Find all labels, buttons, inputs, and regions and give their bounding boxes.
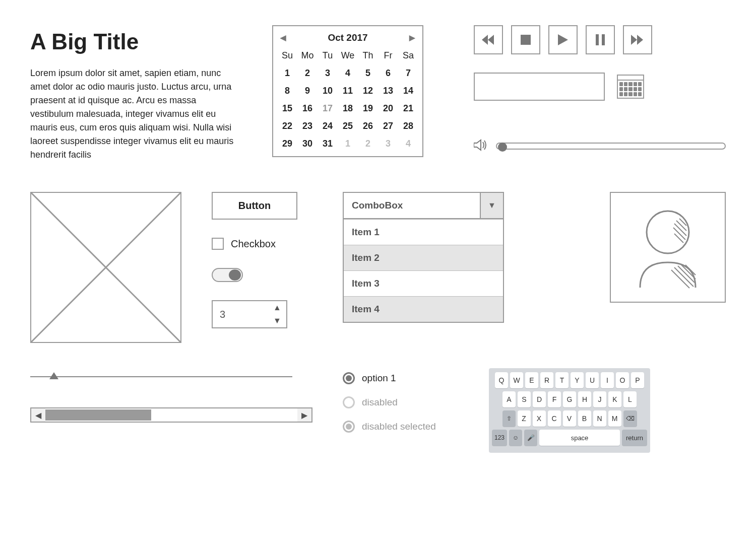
key-numbers[interactable]: 123: [492, 430, 507, 446]
calendar-day[interactable]: 2: [358, 135, 378, 152]
calendar-day[interactable]: 26: [358, 118, 378, 134]
list-item[interactable]: Item 2: [344, 245, 503, 270]
key-space[interactable]: space: [539, 430, 620, 446]
stepper-value[interactable]: 3: [213, 301, 268, 327]
play-button[interactable]: [548, 25, 578, 54]
stepper-up-icon[interactable]: ▲: [268, 301, 286, 314]
date-picker-icon[interactable]: [617, 75, 644, 99]
button[interactable]: Button: [212, 192, 297, 220]
key-c[interactable]: C: [548, 410, 561, 427]
calendar-day[interactable]: 24: [318, 118, 338, 134]
calendar-day[interactable]: 4: [398, 135, 418, 152]
key-j[interactable]: J: [593, 391, 606, 407]
stop-button[interactable]: [511, 25, 540, 54]
key-b[interactable]: B: [578, 410, 591, 427]
key-p[interactable]: P: [631, 372, 644, 388]
key-r[interactable]: R: [540, 372, 553, 388]
key-z[interactable]: Z: [518, 410, 531, 427]
calendar-day[interactable]: 10: [318, 83, 338, 99]
rewind-button[interactable]: [474, 25, 503, 54]
numeric-stepper[interactable]: 3 ▲ ▼: [212, 300, 287, 328]
calendar-day[interactable]: 20: [378, 100, 398, 117]
slider-thumb[interactable]: [49, 372, 58, 379]
stepper-down-icon[interactable]: ▼: [268, 314, 286, 327]
volume-thumb[interactable]: [498, 143, 507, 152]
key-l[interactable]: L: [623, 391, 637, 407]
calendar-day[interactable]: 2: [297, 65, 318, 82]
calendar-day[interactable]: 11: [338, 83, 358, 99]
key-e[interactable]: E: [525, 372, 538, 388]
key-a[interactable]: A: [502, 391, 516, 407]
key-h[interactable]: H: [578, 391, 591, 407]
calendar-prev-icon[interactable]: ◀: [280, 33, 286, 42]
calendar-day[interactable]: 14: [398, 83, 418, 99]
calendar-day[interactable]: 17: [318, 100, 338, 117]
calendar-day[interactable]: 6: [378, 65, 398, 82]
calendar-day[interactable]: 30: [297, 135, 318, 152]
key-o[interactable]: O: [616, 372, 629, 388]
calendar-day[interactable]: 15: [277, 100, 297, 117]
pause-button[interactable]: [586, 25, 615, 54]
key-n[interactable]: N: [593, 410, 606, 427]
calendar-day[interactable]: 21: [398, 100, 418, 117]
calendar-next-icon[interactable]: ▶: [409, 33, 415, 42]
key-v[interactable]: V: [563, 410, 576, 427]
key-shift-icon[interactable]: ⇧: [502, 410, 516, 427]
key-u[interactable]: U: [586, 372, 599, 388]
combobox[interactable]: ComboBox ▼: [343, 192, 504, 219]
horizontal-scrollbar[interactable]: ◀ ▶: [30, 407, 312, 423]
calendar-day[interactable]: 22: [277, 118, 297, 134]
key-i[interactable]: I: [601, 372, 614, 388]
fast-forward-button[interactable]: [623, 25, 652, 54]
toggle-switch[interactable]: [212, 268, 243, 282]
calendar-day[interactable]: 3: [318, 65, 338, 82]
key-s[interactable]: S: [518, 391, 531, 407]
calendar-day[interactable]: 5: [358, 65, 378, 82]
calendar-day[interactable]: 18: [338, 100, 358, 117]
list-item[interactable]: Item 4: [344, 296, 503, 322]
list-item[interactable]: Item 3: [344, 270, 503, 296]
key-f[interactable]: F: [548, 391, 561, 407]
key-return[interactable]: return: [622, 430, 647, 446]
key-d[interactable]: D: [533, 391, 546, 407]
combobox-arrow-icon[interactable]: ▼: [480, 193, 503, 218]
radio-circle-icon[interactable]: [343, 372, 355, 384]
calendar-day[interactable]: 19: [358, 100, 378, 117]
key-x[interactable]: X: [533, 410, 546, 427]
volume-slider[interactable]: [496, 143, 726, 150]
calendar-day[interactable]: 3: [378, 135, 398, 152]
key-m[interactable]: M: [608, 410, 621, 427]
key-backspace-icon[interactable]: ⌫: [623, 410, 637, 427]
key-q[interactable]: Q: [495, 372, 508, 388]
calendar-day[interactable]: 1: [338, 135, 358, 152]
calendar-day[interactable]: 31: [318, 135, 338, 152]
calendar-day[interactable]: 4: [338, 65, 358, 82]
calendar-day[interactable]: 7: [398, 65, 418, 82]
calendar-day[interactable]: 1: [277, 65, 297, 82]
checkbox-box[interactable]: [212, 238, 224, 250]
date-input[interactable]: [474, 73, 605, 101]
radio-option-1[interactable]: option 1: [343, 372, 459, 384]
key-t[interactable]: T: [555, 372, 569, 388]
scroll-thumb[interactable]: [45, 409, 151, 421]
calendar-day[interactable]: 23: [297, 118, 318, 134]
list-item[interactable]: Item 1: [344, 219, 503, 245]
scroll-right-icon[interactable]: ▶: [297, 408, 311, 422]
scroll-track[interactable]: [45, 408, 297, 422]
key-mic-icon[interactable]: 🎤: [524, 430, 537, 446]
key-k[interactable]: K: [608, 391, 621, 407]
key-w[interactable]: W: [510, 372, 523, 388]
key-emoji-icon[interactable]: ☺: [509, 430, 522, 446]
calendar-day[interactable]: 28: [398, 118, 418, 134]
key-y[interactable]: Y: [571, 372, 584, 388]
calendar-day[interactable]: 29: [277, 135, 297, 152]
calendar-day[interactable]: 12: [358, 83, 378, 99]
key-g[interactable]: G: [563, 391, 576, 407]
calendar-day[interactable]: 8: [277, 83, 297, 99]
calendar-day[interactable]: 16: [297, 100, 318, 117]
calendar-day[interactable]: 25: [338, 118, 358, 134]
calendar-day[interactable]: 13: [378, 83, 398, 99]
slider[interactable]: [30, 376, 292, 377]
scroll-left-icon[interactable]: ◀: [31, 408, 45, 422]
checkbox[interactable]: Checkbox: [212, 238, 312, 250]
